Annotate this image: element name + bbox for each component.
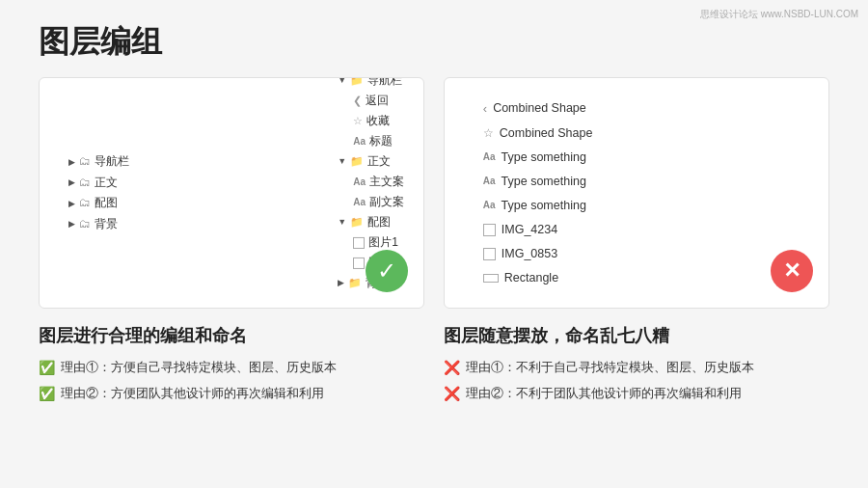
good-panel: ▶ 🗂 导航栏 ▶ 🗂 正文 ▶ 🗂 配图 ▶ [39,77,424,406]
bad-panel: ‹ Combined Shape ☆ Combined Shape Aa Typ… [444,77,829,406]
bad-reason-icon-1: ❌ [444,355,460,381]
good-mockup: ▶ 🗂 导航栏 ▶ 🗂 正文 ▶ 🗂 配图 ▶ [39,77,424,309]
bad-reason-icon-2: ❌ [444,381,460,407]
good-reason-icon-2: ✅ [39,381,55,407]
bad-title: 图层随意摆放，命名乱七八糟 [444,324,669,347]
bad-reasons: ❌ 理由①：不利于自己寻找特定模块、图层、历史版本 ❌ 理由②：不利于团队其他设… [444,355,754,406]
watermark: 思维设计论坛 www.NSBD-LUN.COM [700,8,858,21]
bad-badge: ✕ [771,250,813,292]
good-badge: ✓ [366,250,408,292]
bad-mockup: ‹ Combined Shape ☆ Combined Shape Aa Typ… [444,77,829,309]
good-reason-icon-1: ✅ [39,355,55,381]
good-reasons: ✅ 理由①：方便自己寻找特定模块、图层、历史版本 ✅ 理由②：方便团队其他设计师… [39,355,337,406]
good-title: 图层进行合理的编组和命名 [39,324,247,347]
